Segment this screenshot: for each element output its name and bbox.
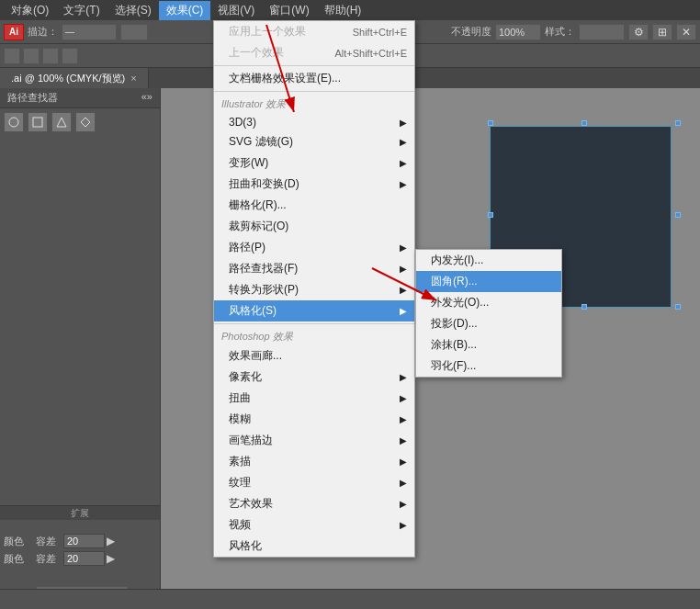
arrow-convert: ▶ bbox=[400, 285, 407, 295]
tab-document[interactable]: .ai @ 100% (CMYK/预览) × bbox=[0, 68, 149, 88]
arrow-distort-ps: ▶ bbox=[400, 393, 407, 403]
menu-view[interactable]: 视图(V) bbox=[210, 1, 262, 20]
menu-stylize-ps[interactable]: 风格化 bbox=[214, 536, 414, 557]
tolerance-label-2: 容差 bbox=[36, 552, 63, 566]
handle-tc[interactable] bbox=[581, 120, 587, 126]
menu-warp[interactable]: 变形(W) ▶ bbox=[214, 152, 414, 174]
panel-shape-btn-3[interactable] bbox=[51, 112, 72, 132]
menu-crop-marks[interactable]: 裁剪标记(O) bbox=[214, 216, 414, 237]
menu-svg-filter[interactable]: SVG 滤镜(G) ▶ bbox=[214, 131, 414, 152]
svg-point-0 bbox=[9, 118, 18, 127]
extra-btn[interactable]: ✕ bbox=[676, 24, 696, 40]
menu-apply-last-effect[interactable]: 应用上一个效果 Shift+Ctrl+E bbox=[214, 21, 414, 42]
arrow-video: ▶ bbox=[400, 520, 407, 530]
menu-convert-shape[interactable]: 转换为形状(P) ▶ bbox=[214, 279, 414, 300]
panel-collapse-icon[interactable]: «» bbox=[141, 91, 152, 105]
menu-effect[interactable]: 效果(C) bbox=[159, 1, 211, 20]
submenu-scribble[interactable]: 涂抹(B)... bbox=[416, 334, 561, 355]
stroke-label: 描边： bbox=[28, 25, 58, 39]
submenu-outer-glow[interactable]: 外发光(O)... bbox=[416, 292, 561, 313]
divider-3 bbox=[214, 323, 414, 324]
grid-btn[interactable]: ⊞ bbox=[652, 24, 672, 40]
color-row-2: 颜色 容差 ▶ bbox=[4, 551, 156, 566]
tolerance-input-1[interactable] bbox=[63, 534, 105, 548]
menu-select[interactable]: 选择(S) bbox=[107, 1, 159, 20]
menu-object[interactable]: 对象(O) bbox=[4, 1, 56, 20]
arrow-blur: ▶ bbox=[400, 414, 407, 424]
stroke-selector[interactable]: — bbox=[62, 24, 117, 40]
handle-mr[interactable] bbox=[675, 212, 681, 218]
arrow-texture: ▶ bbox=[400, 478, 407, 488]
style-label: 样式： bbox=[545, 25, 575, 39]
menu-sketch[interactable]: 素描 ▶ bbox=[214, 451, 414, 472]
menu-distort[interactable]: 扭曲和变换(D) ▶ bbox=[214, 174, 414, 195]
panel-shape-btn-1[interactable] bbox=[4, 112, 24, 132]
effect-menu[interactable]: 应用上一个效果 Shift+Ctrl+E 上一个效果 Alt+Shift+Ctr… bbox=[213, 20, 415, 558]
menu-text[interactable]: 文字(T) bbox=[56, 1, 107, 20]
submenu-feather[interactable]: 羽化(F)... bbox=[416, 355, 561, 377]
style-selector[interactable] bbox=[579, 24, 625, 40]
menu-effect-gallery[interactable]: 效果画廊... bbox=[214, 345, 414, 367]
app-icon: Ai bbox=[4, 24, 24, 40]
arrow-distort: ▶ bbox=[400, 179, 407, 189]
menu-pixelate[interactable]: 像素化 ▶ bbox=[214, 367, 414, 388]
settings-btn[interactable]: ⚙ bbox=[628, 24, 649, 40]
handle-bc[interactable] bbox=[581, 304, 587, 310]
arrow-svg: ▶ bbox=[400, 137, 407, 147]
tool-btn-4[interactable] bbox=[62, 48, 78, 64]
panel-title-bar: 路径查找器 «» bbox=[0, 88, 160, 108]
menu-artistic[interactable]: 艺术效果 ▶ bbox=[214, 493, 414, 514]
tolerance-arrow-2[interactable]: ▶ bbox=[107, 552, 115, 565]
svg-marker-3 bbox=[81, 118, 90, 127]
divider-1 bbox=[214, 65, 414, 66]
handle-ml[interactable] bbox=[488, 212, 493, 218]
color-label-2: 颜色 bbox=[4, 552, 36, 566]
menu-texture[interactable]: 纹理 ▶ bbox=[214, 472, 414, 493]
menu-rasterize[interactable]: 栅格化(R)... bbox=[214, 195, 414, 216]
menu-window[interactable]: 窗口(W) bbox=[262, 1, 316, 20]
menu-brush-strokes[interactable]: 画笔描边 ▶ bbox=[214, 430, 414, 451]
panel-spacer bbox=[0, 520, 160, 527]
menu-bar: 对象(O) 文字(T) 选择(S) 效果(C) 视图(V) 窗口(W) 帮助(H… bbox=[0, 0, 700, 20]
menu-path[interactable]: 路径(P) ▶ bbox=[214, 237, 414, 258]
arrow-pathfinder: ▶ bbox=[400, 264, 407, 274]
panel-title: 路径查找器 bbox=[7, 91, 58, 105]
tab-close-icon[interactable]: × bbox=[130, 73, 136, 84]
stylize-submenu[interactable]: 内发光(I)... 圆角(R)... 外发光(O)... 投影(D)... 涂抹… bbox=[415, 249, 562, 378]
left-panel: 路径查找器 «» 扩展 bbox=[0, 88, 161, 609]
menu-help[interactable]: 帮助(H) bbox=[317, 1, 369, 20]
menu-doc-raster-settings[interactable]: 文档栅格效果设置(E)... bbox=[214, 68, 414, 89]
submenu-rounded-corners[interactable]: 圆角(R)... bbox=[416, 271, 561, 292]
panel-shape-btn-4[interactable] bbox=[75, 112, 96, 132]
menu-pathfinder[interactable]: 路径查找器(F) ▶ bbox=[214, 258, 414, 279]
arrow-warp: ▶ bbox=[400, 158, 407, 168]
menu-3d[interactable]: 3D(3) ▶ bbox=[214, 113, 414, 131]
handle-br[interactable] bbox=[675, 304, 681, 310]
opacity-input[interactable]: 100% bbox=[495, 24, 541, 40]
menu-distort-ps[interactable]: 扭曲 ▶ bbox=[214, 388, 414, 409]
arrow-brush: ▶ bbox=[400, 435, 407, 445]
color-section: 颜色 容差 ▶ 颜色 容差 ▶ bbox=[0, 527, 160, 572]
handle-tl[interactable] bbox=[488, 120, 493, 126]
panel-shape-btn-2[interactable] bbox=[28, 112, 48, 132]
menu-stylize[interactable]: 风格化(S) ▶ bbox=[214, 300, 414, 321]
menu-video[interactable]: 视频 ▶ bbox=[214, 514, 414, 536]
tool-btn-1[interactable] bbox=[4, 48, 20, 64]
submenu-drop-shadow[interactable]: 投影(D)... bbox=[416, 313, 561, 334]
tolerance-input-2[interactable] bbox=[63, 551, 105, 566]
submenu-inner-glow[interactable]: 内发光(I)... bbox=[416, 250, 561, 271]
arrow-path: ▶ bbox=[400, 242, 407, 253]
tolerance-label-1: 容差 bbox=[36, 535, 63, 548]
arrow-artistic: ▶ bbox=[400, 499, 407, 509]
menu-blur[interactable]: 模糊 ▶ bbox=[214, 409, 414, 430]
expand-bar[interactable]: 扩展 bbox=[0, 505, 160, 520]
handle-tr[interactable] bbox=[675, 120, 681, 126]
tool-btn-3[interactable] bbox=[42, 48, 59, 64]
stroke-width[interactable] bbox=[120, 24, 148, 40]
tool-btn-2[interactable] bbox=[23, 48, 40, 64]
arrow-sketch: ▶ bbox=[400, 457, 407, 467]
menu-last-effect[interactable]: 上一个效果 Alt+Shift+Ctrl+E bbox=[214, 42, 414, 63]
photoshop-effects-label: Photoshop 效果 bbox=[214, 326, 414, 345]
tolerance-arrow-1[interactable]: ▶ bbox=[107, 535, 115, 547]
arrow-pixelate: ▶ bbox=[400, 372, 407, 382]
